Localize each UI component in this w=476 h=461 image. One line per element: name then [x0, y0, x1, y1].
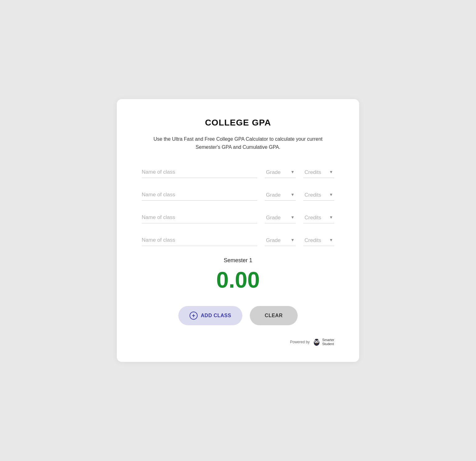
footer-powered-by-text: Powered by [290, 340, 310, 344]
class-name-input[interactable] [142, 235, 257, 246]
credits-dropdown-wrapper: Credits123456 ▼ [303, 167, 334, 178]
grade-dropdown-wrapper: GradeA+AA-B+BB-C+CC-D+DD-F ▼ [265, 189, 296, 201]
class-name-input[interactable] [142, 212, 257, 223]
grade-select[interactable]: GradeA+AA-B+BB-C+CC-D+DD-F [265, 189, 296, 201]
credits-dropdown-wrapper: Credits123456 ▼ [303, 235, 334, 246]
grade-select[interactable]: GradeA+AA-B+BB-C+CC-D+DD-F [265, 235, 296, 246]
page-description: Use the Ultra Fast and Free College GPA … [142, 135, 334, 151]
footer-brand-line1: Smarter [322, 338, 334, 342]
clear-button[interactable]: CLEAR [250, 306, 298, 325]
class-row: GradeA+AA-B+BB-C+CC-D+DD-F ▼ Credits1234… [142, 235, 334, 246]
svg-point-7 [316, 343, 317, 344]
svg-point-0 [314, 340, 319, 346]
class-name-field [142, 167, 257, 178]
buttons-row: + ADD CLASS CLEAR [142, 306, 334, 325]
add-class-label: ADD CLASS [201, 313, 231, 318]
class-name-input[interactable] [142, 167, 257, 178]
class-name-field [142, 212, 257, 223]
credits-dropdown-wrapper: Credits123456 ▼ [303, 212, 334, 223]
plus-icon: + [190, 312, 198, 320]
grade-dropdown-wrapper: GradeA+AA-B+BB-C+CC-D+DD-F ▼ [265, 167, 296, 178]
grade-select[interactable]: GradeA+AA-B+BB-C+CC-D+DD-F [265, 212, 296, 223]
class-row: GradeA+AA-B+BB-C+CC-D+DD-F ▼ Credits1234… [142, 212, 334, 223]
credits-select[interactable]: Credits123456 [303, 235, 334, 246]
page-title: COLLEGE GPA [142, 118, 334, 128]
svg-point-6 [318, 341, 318, 342]
class-name-input[interactable] [142, 189, 257, 201]
class-name-field [142, 189, 257, 201]
class-row: GradeA+AA-B+BB-C+CC-D+DD-F ▼ Credits1234… [142, 189, 334, 201]
gpa-value: 0.00 [142, 269, 334, 291]
footer-brand-text: Smarter Student [322, 338, 334, 346]
credits-select[interactable]: Credits123456 [303, 212, 334, 223]
footer-logo: Smarter Student [312, 338, 334, 346]
grade-dropdown-wrapper: GradeA+AA-B+BB-C+CC-D+DD-F ▼ [265, 212, 296, 223]
credits-select[interactable]: Credits123456 [303, 189, 334, 201]
main-card: COLLEGE GPA Use the Ultra Fast and Free … [117, 99, 359, 362]
class-row: GradeA+AA-B+BB-C+CC-D+DD-F ▼ Credits1234… [142, 167, 334, 178]
class-rows-container: GradeA+AA-B+BB-C+CC-D+DD-F ▼ Credits1234… [142, 167, 334, 246]
add-class-button[interactable]: + ADD CLASS [178, 306, 242, 325]
owl-icon [312, 338, 321, 346]
footer-brand-line2: Student [322, 342, 334, 346]
svg-point-5 [315, 341, 316, 342]
grade-dropdown-wrapper: GradeA+AA-B+BB-C+CC-D+DD-F ▼ [265, 235, 296, 246]
grade-select[interactable]: GradeA+AA-B+BB-C+CC-D+DD-F [265, 167, 296, 178]
footer: Powered by Smarter Student [142, 338, 334, 346]
credits-dropdown-wrapper: Credits123456 ▼ [303, 189, 334, 201]
credits-select[interactable]: Credits123456 [303, 167, 334, 178]
class-name-field [142, 235, 257, 246]
semester-label: Semester 1 [142, 257, 334, 264]
